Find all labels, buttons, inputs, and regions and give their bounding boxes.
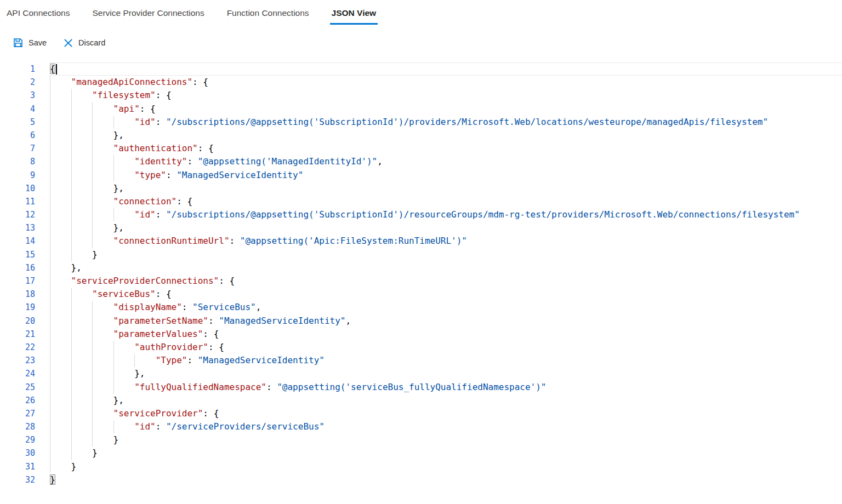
code-line-content[interactable]: "parameterValues": { [50, 328, 842, 341]
line-number[interactable]: 10 [0, 182, 35, 195]
code-line-content[interactable]: } [50, 460, 842, 473]
code-line[interactable]: 7"authentication": { [0, 142, 842, 155]
line-number[interactable]: 15 [0, 248, 35, 261]
line-number[interactable]: 14 [0, 234, 35, 248]
code-line[interactable]: 25"fullyQualifiedNamespace": "@appsettin… [0, 381, 842, 394]
line-number[interactable]: 9 [0, 169, 35, 182]
line-number[interactable]: 32 [0, 473, 35, 486]
line-number[interactable]: 16 [0, 261, 35, 274]
code-line-content[interactable]: "connectionRuntimeUrl": "@appsetting('Ap… [50, 234, 842, 248]
line-number[interactable]: 21 [0, 328, 35, 341]
json-code-editor[interactable]: 1{2"managedApiConnections": {3"filesyste… [0, 62, 842, 486]
code-line[interactable]: 23"Type": "ManagedServiceIdentity" [0, 354, 842, 367]
code-line-content[interactable]: "authentication": { [50, 142, 842, 155]
line-number[interactable]: 6 [0, 129, 35, 142]
code-line[interactable]: 6}, [0, 129, 842, 142]
code-line-content[interactable]: } [50, 446, 842, 460]
line-number[interactable]: 20 [0, 314, 35, 328]
code-line-content[interactable]: }, [50, 221, 842, 234]
code-line-content[interactable]: "authProvider": { [50, 341, 842, 354]
code-line[interactable]: 14"connectionRuntimeUrl": "@appsetting('… [0, 234, 842, 248]
code-line[interactable]: 3"filesystem": { [0, 89, 842, 102]
code-line-content[interactable]: "serviceBus": { [50, 288, 842, 301]
code-line-content[interactable]: "displayName": "ServiceBus", [50, 301, 842, 314]
line-number[interactable]: 12 [0, 208, 35, 221]
code-line-content[interactable]: "serviceProvider": { [50, 407, 842, 420]
code-line-content[interactable]: "fullyQualifiedNamespace": "@appsetting(… [50, 381, 842, 394]
code-line[interactable]: 9"type": "ManagedServiceIdentity" [0, 169, 842, 182]
line-number[interactable]: 25 [0, 381, 35, 394]
code-line[interactable]: 27"serviceProvider": { [0, 407, 842, 420]
code-line[interactable]: 10}, [0, 182, 842, 195]
code-line[interactable]: 1{ [0, 62, 842, 76]
code-line-content[interactable]: }, [50, 394, 842, 407]
code-line[interactable]: 29} [0, 433, 842, 446]
line-number[interactable]: 17 [0, 274, 35, 288]
code-line[interactable]: 15} [0, 248, 842, 261]
code-line-content[interactable]: "connection": { [50, 195, 842, 208]
code-line[interactable]: 20"parameterSetName": "ManagedServiceIde… [0, 314, 842, 328]
code-line-content[interactable]: "api": { [50, 102, 842, 116]
code-line[interactable]: 28"id": "/serviceProviders/serviceBus" [0, 420, 842, 433]
line-number[interactable]: 18 [0, 288, 35, 301]
code-line-content[interactable]: } [50, 473, 842, 486]
code-line[interactable]: 32} [0, 473, 842, 486]
code-line-content[interactable]: "filesystem": { [50, 89, 842, 102]
line-number[interactable]: 2 [0, 76, 35, 89]
line-number[interactable]: 28 [0, 420, 35, 433]
line-number[interactable]: 11 [0, 195, 35, 208]
line-number[interactable]: 19 [0, 301, 35, 314]
code-line-content[interactable]: "parameterSetName": "ManagedServiceIdent… [50, 314, 842, 328]
code-line-content[interactable]: "managedApiConnections": { [50, 76, 842, 89]
code-line-content[interactable]: } [50, 248, 842, 261]
line-number[interactable]: 24 [0, 367, 35, 380]
code-line[interactable]: 2"managedApiConnections": { [0, 76, 842, 89]
line-number[interactable]: 1 [0, 62, 35, 76]
tab-service-provider-connections[interactable]: Service Provider Connections [91, 7, 205, 25]
code-line[interactable]: 4"api": { [0, 102, 842, 116]
line-number[interactable]: 3 [0, 89, 35, 102]
code-line-content[interactable]: "Type": "ManagedServiceIdentity" [50, 354, 842, 367]
line-number[interactable]: 4 [0, 102, 35, 116]
line-number[interactable]: 5 [0, 116, 35, 129]
line-number[interactable]: 30 [0, 446, 35, 460]
code-line[interactable]: 13}, [0, 221, 842, 234]
code-line-content[interactable]: }, [50, 129, 842, 142]
code-line[interactable]: 30} [0, 446, 842, 460]
line-number[interactable]: 23 [0, 354, 35, 367]
code-line[interactable]: 8"identity": "@appsetting('ManagedIdenti… [0, 155, 842, 168]
code-line[interactable]: 24}, [0, 367, 842, 380]
line-number[interactable]: 7 [0, 142, 35, 155]
line-number[interactable]: 26 [0, 394, 35, 407]
save-button[interactable]: Save [13, 38, 47, 48]
code-line[interactable]: 26}, [0, 394, 842, 407]
code-line-content[interactable]: { [50, 62, 842, 76]
code-line-content[interactable]: "serviceProviderConnections": { [50, 274, 842, 288]
code-line-content[interactable]: "id": "/serviceProviders/serviceBus" [50, 420, 842, 433]
code-line[interactable]: 18"serviceBus": { [0, 288, 842, 301]
line-number[interactable]: 29 [0, 433, 35, 446]
code-line-content[interactable]: "identity": "@appsetting('ManagedIdentit… [50, 155, 842, 168]
tab-api-connections[interactable]: API Connections [5, 7, 71, 25]
code-line-content[interactable]: } [50, 433, 842, 446]
code-line[interactable]: 5"id": "/subscriptions/@appsetting('Subs… [0, 116, 842, 129]
tab-function-connections[interactable]: Function Connections [226, 7, 310, 25]
discard-button[interactable]: Discard [64, 38, 105, 48]
code-line-content[interactable]: }, [50, 261, 842, 274]
tab-json-view[interactable]: JSON View [331, 7, 378, 25]
code-line-content[interactable]: "id": "/subscriptions/@appsetting('Subsc… [50, 116, 842, 129]
line-number[interactable]: 8 [0, 155, 35, 168]
line-number[interactable]: 27 [0, 407, 35, 420]
code-line[interactable]: 16}, [0, 261, 842, 274]
line-number[interactable]: 22 [0, 341, 35, 354]
code-line[interactable]: 11"connection": { [0, 195, 842, 208]
code-line-content[interactable]: "id": "/subscriptions/@appsetting('Subsc… [50, 208, 842, 221]
code-line-content[interactable]: }, [50, 367, 842, 380]
code-line[interactable]: 17"serviceProviderConnections": { [0, 274, 842, 288]
line-number[interactable]: 31 [0, 460, 35, 473]
code-line[interactable]: 31} [0, 460, 842, 473]
line-number[interactable]: 13 [0, 221, 35, 234]
code-line[interactable]: 19"displayName": "ServiceBus", [0, 301, 842, 314]
code-line-content[interactable]: }, [50, 182, 842, 195]
code-line[interactable]: 21"parameterValues": { [0, 328, 842, 341]
